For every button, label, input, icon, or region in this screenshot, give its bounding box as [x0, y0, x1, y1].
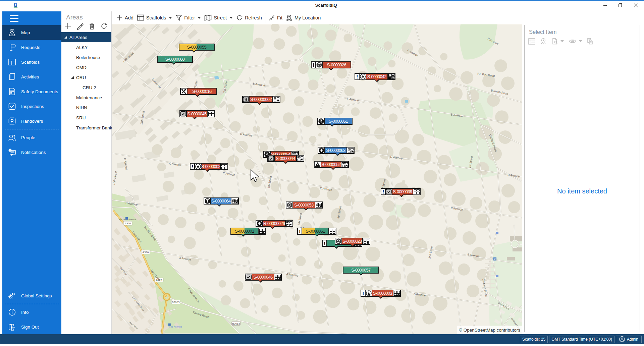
- svg-text:© OpenStreetMap contributors: © OpenStreetMap contributors: [459, 328, 520, 333]
- svg-text:B3053: B3053: [232, 322, 240, 325]
- svg-text:P: P: [494, 258, 496, 261]
- svg-text:The Kennels: The Kennels: [169, 326, 182, 328]
- svg-text:A326: A326: [143, 251, 149, 254]
- svg-text:B3053: B3053: [172, 301, 180, 304]
- svg-text:A326: A326: [125, 222, 131, 225]
